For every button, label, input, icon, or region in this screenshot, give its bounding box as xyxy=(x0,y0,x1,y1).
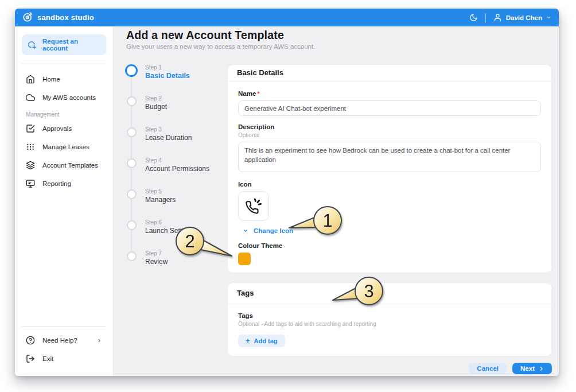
step-launch-settings[interactable]: Step 6 Launch Settings xyxy=(125,219,227,236)
layers-icon xyxy=(26,161,35,170)
step-lease-duration[interactable]: Step 3 Lease Duration xyxy=(125,126,227,143)
step-name: Review xyxy=(145,258,168,266)
next-button[interactable]: Next xyxy=(512,363,552,374)
sidebar-footer-divider xyxy=(22,326,106,327)
sidebar-item-label: Need Help? xyxy=(42,337,77,344)
basic-details-card: Basic Details Name* Description Optional… xyxy=(227,64,552,273)
help-circle-icon xyxy=(26,336,35,345)
step-name: Managers xyxy=(145,196,176,204)
sidebar-item-label: My AWS accounts xyxy=(42,94,96,101)
icon-label: Icon xyxy=(238,180,541,188)
chevron-right-icon xyxy=(539,366,544,371)
step-circle xyxy=(127,189,137,199)
top-bar: sandbox studio David Chen xyxy=(15,9,559,26)
page-subtitle: Give your users a new way to access a te… xyxy=(126,42,559,51)
sandbox-studio-logo-icon xyxy=(22,11,33,24)
sidebar-item-label: Account Templates xyxy=(42,162,98,169)
step-budget[interactable]: Step 2 Budget xyxy=(125,95,227,112)
change-icon-label: Change Icon xyxy=(254,227,293,234)
sidebar-item-manage-leases[interactable]: Manage Leases xyxy=(15,138,113,156)
step-label: Step 4 xyxy=(145,157,209,164)
cloud-icon xyxy=(26,93,35,102)
sidebar-item-account-templates[interactable]: Account Templates xyxy=(15,156,113,174)
step-label: Step 3 xyxy=(145,126,192,133)
colour-theme-label: Colour Theme xyxy=(238,242,541,250)
plus-icon: + xyxy=(246,338,250,344)
description-hint: Optional xyxy=(238,131,541,139)
tags-card-title: Tags xyxy=(228,283,551,304)
request-account-button[interactable]: Request an account xyxy=(22,34,106,55)
description-label: Description xyxy=(238,123,541,131)
sidebar-item-need-help[interactable]: Need Help? › xyxy=(15,331,113,350)
sidebar-item-label: Manage Leases xyxy=(42,143,89,150)
app-window: sandbox studio David Chen xyxy=(15,9,559,376)
sidebar-item-home[interactable]: Home xyxy=(15,70,113,88)
chevron-down-icon xyxy=(546,15,551,20)
step-circle-active xyxy=(125,64,138,77)
name-label-text: Name xyxy=(238,90,256,97)
step-account-permissions[interactable]: Step 4 Account Permissions xyxy=(125,157,227,174)
main-area: Add a new Account Template Give your use… xyxy=(114,26,559,376)
sidebar-item-label: Reporting xyxy=(42,180,71,187)
sidebar: Request an account Home xyxy=(15,26,114,376)
step-managers[interactable]: Step 5 Managers xyxy=(125,188,227,205)
sidebar-footer: Need Help? › Exit xyxy=(15,317,113,368)
sidebar-item-approvals[interactable]: Approvals xyxy=(15,119,113,138)
user-icon xyxy=(493,13,502,22)
required-marker: * xyxy=(257,90,259,97)
sidebar-item-my-aws-accounts[interactable]: My AWS accounts xyxy=(15,88,113,107)
step-circle xyxy=(127,251,137,261)
step-circle xyxy=(127,158,137,168)
sidebar-item-label: Home xyxy=(42,76,60,83)
sidebar-item-reporting[interactable]: Reporting xyxy=(15,174,113,193)
description-input[interactable]: This is an experiment to see how Bedrock… xyxy=(238,142,541,172)
user-name: David Chen xyxy=(506,14,542,21)
check-square-icon xyxy=(26,124,35,133)
step-basic-details[interactable]: Step 1 Basic Details xyxy=(125,64,227,81)
step-name: Lease Duration xyxy=(145,134,192,142)
chevron-down-icon xyxy=(243,228,248,234)
step-label: Step 7 xyxy=(145,250,168,257)
screen: sandbox studio David Chen xyxy=(0,0,576,392)
monitor-icon xyxy=(26,179,35,188)
colour-theme-swatch[interactable] xyxy=(238,253,251,265)
name-input[interactable] xyxy=(238,100,541,116)
step-label: Step 5 xyxy=(145,188,176,195)
wizard-stepper: Step 1 Basic Details Step 2 Budget xyxy=(125,64,227,374)
step-circle xyxy=(127,127,137,137)
tags-hint: Optional - Add tags to aid with searchin… xyxy=(238,320,541,328)
add-tag-button[interactable]: + Add tag xyxy=(238,335,285,347)
tags-label: Tags xyxy=(238,312,541,320)
step-label: Step 2 xyxy=(145,95,167,102)
chevron-right-icon: › xyxy=(98,336,100,344)
tags-card: Tags Tags Optional - Add tags to aid wit… xyxy=(227,282,552,356)
cancel-label: Cancel xyxy=(477,365,499,372)
dark-mode-moon-icon[interactable] xyxy=(469,13,478,22)
topbar-divider xyxy=(485,13,486,22)
step-review[interactable]: Step 7 Review xyxy=(125,250,227,267)
add-tag-label: Add tag xyxy=(254,337,278,344)
brand: sandbox studio xyxy=(22,11,94,24)
exit-icon xyxy=(26,354,35,363)
next-label: Next xyxy=(520,365,535,372)
request-account-label: Request an account xyxy=(42,38,100,52)
cloud-plus-icon xyxy=(28,40,37,50)
selected-icon-preview xyxy=(238,191,269,221)
step-name: Account Permissions xyxy=(145,165,209,173)
sidebar-item-exit[interactable]: Exit xyxy=(15,350,113,368)
sidebar-item-label: Approvals xyxy=(42,125,72,132)
page-title: Add a new Account Template xyxy=(126,28,559,42)
change-icon-link[interactable]: Change Icon xyxy=(238,227,541,234)
step-name: Budget xyxy=(145,103,167,111)
name-label: Name* xyxy=(238,90,541,98)
brand-name: sandbox studio xyxy=(37,13,94,22)
cancel-button[interactable]: Cancel xyxy=(469,363,507,374)
user-menu[interactable]: David Chen xyxy=(493,13,551,22)
sidebar-divider xyxy=(22,64,106,64)
form-column: Basic Details Name* Description Optional… xyxy=(227,64,552,374)
step-name: Basic Details xyxy=(145,72,190,80)
phone-ringing-icon xyxy=(244,197,263,215)
step-name: Launch Settings xyxy=(145,227,194,235)
home-icon xyxy=(26,75,35,84)
page-head: Add a new Account Template Give your use… xyxy=(114,26,559,51)
